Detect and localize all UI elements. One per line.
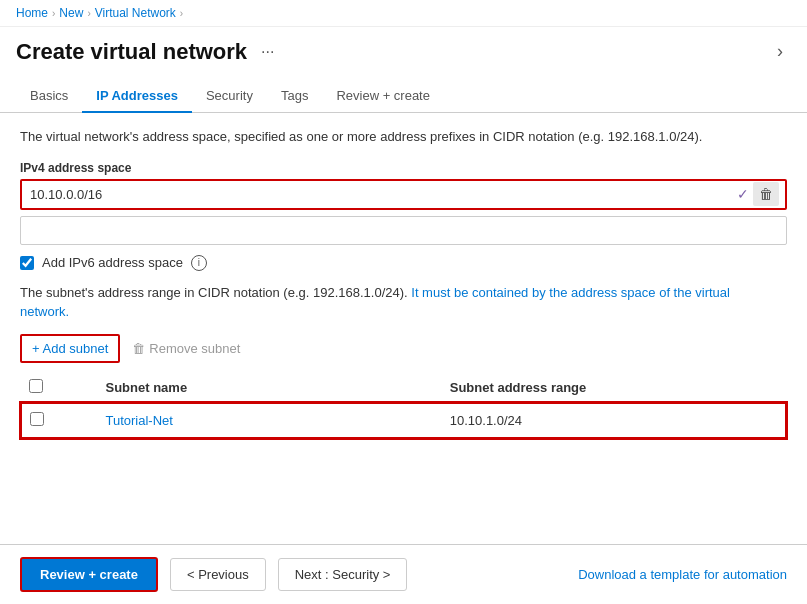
address-row-actions: ✓ 🗑	[731, 182, 785, 206]
tab-tags[interactable]: Tags	[267, 80, 322, 113]
breadcrumb-home[interactable]: Home	[16, 6, 48, 20]
page-header: Create virtual network ··· ›	[0, 27, 807, 66]
next-security-button[interactable]: Next : Security >	[278, 558, 408, 591]
address-space-description: The virtual network's address space, spe…	[20, 127, 787, 147]
col-checkbox	[21, 373, 98, 403]
main-content: The virtual network's address space, spe…	[0, 113, 807, 544]
ipv6-info-icon[interactable]: i	[191, 255, 207, 271]
select-all-checkbox[interactable]	[29, 379, 43, 393]
breadcrumb-sep-1: ›	[52, 8, 55, 19]
tab-basics[interactable]: Basics	[16, 80, 82, 113]
remove-subnet-icon: 🗑	[132, 341, 145, 356]
tab-bar: Basics IP Addresses Security Tags Review…	[0, 72, 807, 113]
col-subnet-range: Subnet address range	[442, 373, 786, 403]
checkmark-icon: ✓	[737, 186, 749, 202]
subnet-range: 10.10.1.0/24	[442, 403, 786, 438]
breadcrumb-sep-3: ›	[180, 8, 183, 19]
tab-review-create[interactable]: Review + create	[322, 80, 444, 113]
ellipsis-button[interactable]: ···	[257, 41, 278, 63]
breadcrumb-sep-2: ›	[87, 8, 90, 19]
subnet-table: Subnet name Subnet address range Tutoria…	[20, 373, 787, 439]
table-row: Tutorial-Net10.10.1.0/24	[21, 403, 786, 438]
subnet-desc-link: It must be contained by the address spac…	[411, 285, 730, 300]
ipv6-checkbox[interactable]	[20, 256, 34, 270]
footer: Review + create < Previous Next : Securi…	[0, 544, 807, 604]
subnet-description: The subnet's address range in CIDR notat…	[20, 283, 787, 322]
subnet-actions: + Add subnet 🗑 Remove subnet	[20, 334, 787, 363]
col-subnet-name: Subnet name	[98, 373, 442, 403]
ipv4-address-row: ✓ 🗑	[20, 179, 787, 210]
ipv6-label[interactable]: Add IPv6 address space	[42, 255, 183, 270]
ipv4-label: IPv4 address space	[20, 161, 787, 175]
add-subnet-button[interactable]: + Add subnet	[20, 334, 120, 363]
nav-arrow-right-icon[interactable]: ›	[769, 37, 791, 66]
remove-subnet-label: Remove subnet	[149, 341, 240, 356]
review-create-button[interactable]: Review + create	[20, 557, 158, 592]
subnet-table-header-row: Subnet name Subnet address range	[21, 373, 786, 403]
delete-address-button[interactable]: 🗑	[753, 182, 779, 206]
breadcrumb-new[interactable]: New	[59, 6, 83, 20]
ipv4-address-input-2[interactable]	[20, 216, 787, 245]
row-checkbox[interactable]	[30, 412, 44, 426]
breadcrumb: Home › New › Virtual Network ›	[0, 0, 807, 27]
subnet-desc-link2: network.	[20, 304, 69, 319]
page-title: Create virtual network	[16, 39, 247, 65]
tab-security[interactable]: Security	[192, 80, 267, 113]
previous-button[interactable]: < Previous	[170, 558, 266, 591]
tab-ip-addresses[interactable]: IP Addresses	[82, 80, 192, 113]
remove-subnet-button[interactable]: 🗑 Remove subnet	[132, 341, 240, 356]
breadcrumb-virtual-network[interactable]: Virtual Network	[95, 6, 176, 20]
download-template-link[interactable]: Download a template for automation	[578, 567, 787, 582]
subnet-name-link[interactable]: Tutorial-Net	[106, 413, 173, 428]
ipv6-row: Add IPv6 address space i	[20, 255, 787, 271]
ipv4-address-input[interactable]	[22, 181, 731, 208]
